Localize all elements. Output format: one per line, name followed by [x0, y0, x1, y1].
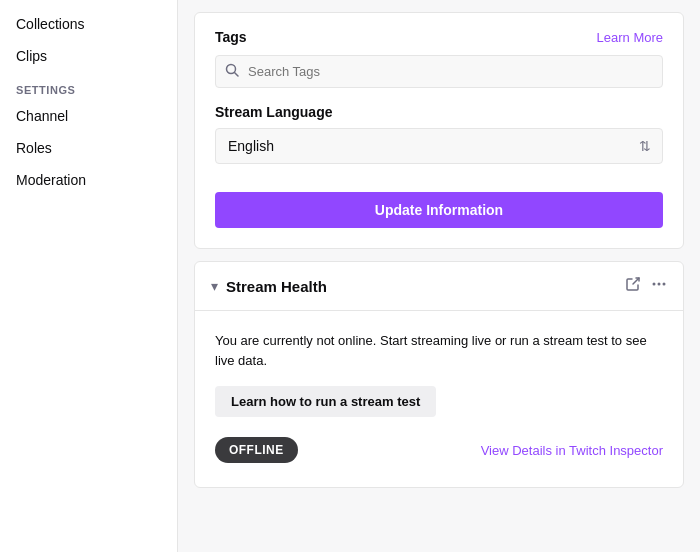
stream-health-body: You are currently not online. Start stre… [195, 311, 683, 487]
update-btn-section: Update Information [195, 180, 683, 248]
stream-health-actions [625, 276, 667, 296]
info-card: Tags Learn More Stream Language English [194, 12, 684, 249]
language-select-wrapper: English ⇅ [215, 128, 663, 164]
learn-more-link[interactable]: Learn More [597, 30, 663, 45]
svg-point-3 [658, 283, 661, 286]
tags-header: Tags Learn More [215, 29, 663, 45]
stream-health-bottom-row: OFFLINE View Details in Twitch Inspector [215, 437, 663, 463]
sidebar-item-clips[interactable]: Clips [0, 40, 177, 72]
search-icon [225, 63, 239, 80]
sidebar-item-collections[interactable]: Collections [0, 8, 177, 40]
tag-search-wrapper [215, 55, 663, 88]
sidebar-item-channel[interactable]: Channel [0, 100, 177, 132]
chevron-down-icon[interactable]: ▾ [211, 278, 218, 294]
collections-label: Collections [16, 16, 84, 32]
external-link-icon[interactable] [625, 276, 641, 296]
moderation-label: Moderation [16, 172, 86, 188]
tag-search-input[interactable] [215, 55, 663, 88]
offline-message: You are currently not online. Start stre… [215, 331, 663, 370]
stream-test-button[interactable]: Learn how to run a stream test [215, 386, 436, 417]
channel-label: Channel [16, 108, 68, 124]
stream-health-card: ▾ Stream Health [194, 261, 684, 488]
twitch-inspector-link[interactable]: View Details in Twitch Inspector [481, 443, 663, 458]
main-content: Tags Learn More Stream Language English [178, 0, 700, 552]
language-select[interactable]: English [215, 128, 663, 164]
stream-language-section: Stream Language English ⇅ [195, 104, 683, 180]
offline-badge: OFFLINE [215, 437, 298, 463]
stream-health-title: Stream Health [226, 278, 625, 295]
tags-section: Tags Learn More [195, 13, 683, 104]
clips-label: Clips [16, 48, 47, 64]
update-information-button[interactable]: Update Information [215, 192, 663, 228]
svg-point-4 [663, 283, 666, 286]
svg-line-1 [235, 73, 239, 77]
sidebar-item-moderation[interactable]: Moderation [0, 164, 177, 196]
tags-title: Tags [215, 29, 247, 45]
sidebar-item-roles[interactable]: Roles [0, 132, 177, 164]
svg-point-2 [653, 283, 656, 286]
stream-language-label: Stream Language [215, 104, 663, 120]
sidebar: Collections Clips SETTINGS Channel Roles… [0, 0, 178, 552]
roles-label: Roles [16, 140, 52, 156]
more-options-icon[interactable] [651, 276, 667, 296]
stream-health-header: ▾ Stream Health [195, 262, 683, 311]
settings-section-label: SETTINGS [0, 72, 177, 100]
